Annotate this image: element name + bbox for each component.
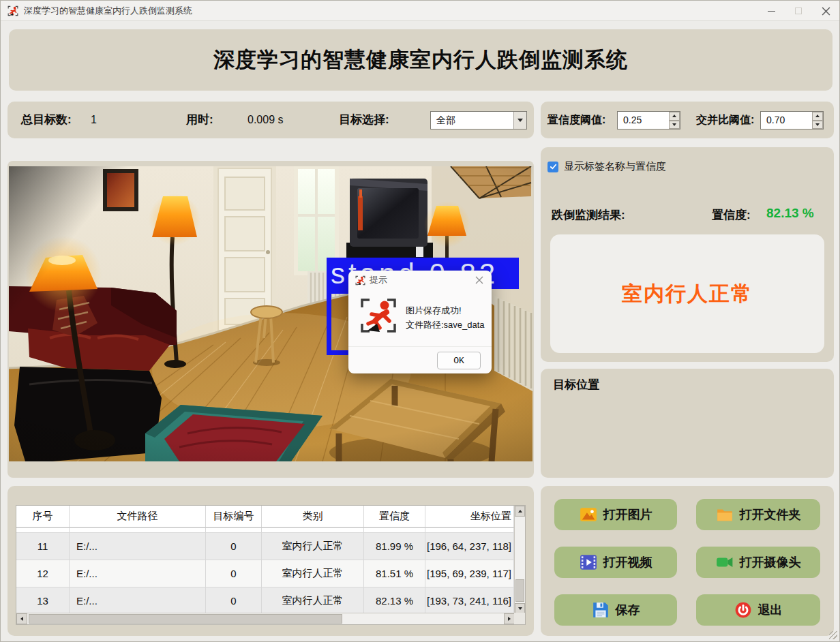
- col-header[interactable]: 类别: [262, 506, 364, 528]
- close-icon[interactable]: [814, 1, 837, 21]
- iou-threshold-spinbox[interactable]: 0.70: [760, 111, 824, 129]
- detections-table-panel: 序号 文件路径 目标编号 类别 置信度 坐标位置 11 E:/... 0 室内行…: [7, 486, 534, 636]
- target-select-label: 目标选择:: [339, 102, 389, 138]
- table-row-partial: [16, 528, 514, 533]
- close-icon[interactable]: [474, 275, 485, 286]
- dialog-message-line1: 图片保存成功!: [406, 303, 485, 318]
- open-image-button[interactable]: 打开图片: [554, 499, 677, 530]
- checkbox-checked-icon[interactable]: [548, 162, 558, 172]
- col-header[interactable]: 序号: [16, 506, 70, 528]
- conf-threshold-label: 置信度阈值:: [548, 102, 605, 138]
- scroll-right-icon[interactable]: [504, 613, 515, 624]
- spinner-arrows-icon[interactable]: [669, 112, 680, 129]
- vertical-scroll-thumb[interactable]: [515, 579, 524, 602]
- page-title: 深度学习的智慧健康室内行人跌倒监测系统: [213, 46, 628, 74]
- result-text: 室内行人正常: [622, 280, 753, 308]
- elapsed-value: 0.009 s: [247, 102, 283, 138]
- open-video-button[interactable]: 打开视频: [554, 547, 677, 578]
- scroll-left-icon[interactable]: [16, 613, 27, 624]
- camera-icon: [716, 553, 734, 571]
- spinner-arrows-icon[interactable]: [812, 112, 823, 129]
- elapsed-label: 用时:: [186, 102, 213, 138]
- falling-person-icon: [355, 275, 365, 286]
- dialog-message-line2: 文件路径:save_data: [406, 318, 485, 332]
- scrollbar-corner: [514, 613, 525, 624]
- conf-threshold-spinbox[interactable]: 0.25: [617, 111, 680, 129]
- image-icon: [580, 506, 597, 523]
- dialog-titlebar: 提示: [348, 271, 492, 290]
- target-position-title: 目标位置: [553, 377, 599, 393]
- save-label: 保存: [616, 602, 640, 618]
- col-header[interactable]: 目标编号: [206, 506, 262, 528]
- quit-button[interactable]: 退出: [696, 594, 820, 626]
- col-header[interactable]: 文件路径: [70, 506, 206, 528]
- falling-person-icon: [7, 5, 18, 16]
- floppy-icon: [592, 601, 610, 619]
- actions-panel: 打开图片 打开文件夹 打开视频: [541, 486, 834, 636]
- confidence-label: 置信度:: [712, 207, 751, 223]
- film-icon: [580, 553, 597, 571]
- maximize-icon[interactable]: [787, 1, 810, 21]
- dialog-footer: OK: [348, 346, 492, 373]
- confidence-value: 82.13 %: [766, 206, 814, 221]
- open-video-label: 打开视频: [603, 554, 652, 570]
- detections-table: 序号 文件路径 目标编号 类别 置信度 坐标位置 11 E:/... 0 室内行…: [16, 505, 526, 625]
- power-icon: [734, 601, 752, 619]
- falling-person-icon: [359, 296, 397, 335]
- open-image-label: 打开图片: [603, 506, 652, 523]
- page-header: 深度学习的智慧健康室内行人跌倒监测系统: [9, 29, 832, 91]
- target-position-panel: 目标位置 xmin: 193 ymin: 73 ymax: 116 xmax: …: [541, 369, 834, 478]
- app-window: 深度学习的智慧健康室内行人跌倒监测系统 深度学习的智慧健康室内行人跌倒监测系统 …: [0, 0, 840, 642]
- total-targets-label: 总目标数:: [21, 102, 72, 138]
- quit-label: 退出: [758, 602, 783, 618]
- open-camera-button[interactable]: 打开摄像头: [696, 547, 820, 578]
- dialog-title: 提示: [370, 274, 474, 286]
- stats-bar: 总目标数: 1 用时: 0.009 s 目标选择: 全部: [7, 102, 534, 138]
- save-success-dialog: 提示 图片保存成功! 文件路径:save_data OK: [348, 271, 492, 373]
- show-labels-checkbox[interactable]: 显示标签名称与置信度: [548, 160, 666, 173]
- open-folder-label: 打开文件夹: [740, 506, 801, 523]
- target-select-combobox[interactable]: 全部: [430, 111, 527, 129]
- horizontal-scrollbar[interactable]: [16, 613, 515, 624]
- total-targets-value: 1: [91, 102, 97, 138]
- ok-button[interactable]: OK: [437, 352, 481, 369]
- iou-threshold-label: 交并比阈值:: [696, 102, 754, 138]
- window-title: 深度学习的智慧健康室内行人跌倒监测系统: [24, 5, 192, 17]
- minimize-icon[interactable]: [760, 1, 783, 21]
- col-header[interactable]: 置信度: [364, 506, 425, 528]
- open-camera-label: 打开摄像头: [740, 554, 801, 570]
- folder-icon: [716, 506, 734, 523]
- col-header[interactable]: 坐标位置: [425, 506, 514, 528]
- table-row[interactable]: 11 E:/... 0 室内行人正常 81.99 % [196, 64, 237…: [16, 533, 514, 560]
- show-labels-label: 显示标签名称与置信度: [564, 160, 666, 173]
- dialog-body: 图片保存成功! 文件路径:save_data: [348, 291, 492, 335]
- vertical-scrollbar[interactable]: [514, 506, 525, 614]
- save-button[interactable]: 保存: [554, 594, 677, 626]
- target-select-value: 全部: [431, 112, 513, 129]
- table-row[interactable]: 13 E:/... 0 室内行人正常 82.13 % [193, 73, 241…: [16, 587, 514, 614]
- table-header-row: 序号 文件路径 目标编号 类别 置信度 坐标位置: [16, 506, 514, 528]
- open-folder-button[interactable]: 打开文件夹: [696, 499, 820, 530]
- horizontal-scroll-thumb[interactable]: [29, 614, 342, 624]
- conf-threshold-value: 0.25: [618, 112, 669, 129]
- dropdown-arrow-icon[interactable]: [513, 112, 526, 129]
- iou-threshold-value: 0.70: [761, 112, 812, 129]
- table-row[interactable]: 12 E:/... 0 室内行人正常 81.51 % [195, 69, 239…: [16, 560, 514, 587]
- titlebar: 深度学习的智慧健康室内行人跌倒监测系统: [1, 1, 840, 21]
- result-display-box: 室内行人正常: [550, 234, 824, 353]
- resize-grip[interactable]: [829, 631, 837, 639]
- fall-result-label: 跌倒监测结果:: [552, 209, 625, 221]
- scroll-up-icon[interactable]: [515, 506, 525, 517]
- thresholds-bar: 置信度阈值: 0.25 交并比阈值: 0.70: [541, 102, 834, 138]
